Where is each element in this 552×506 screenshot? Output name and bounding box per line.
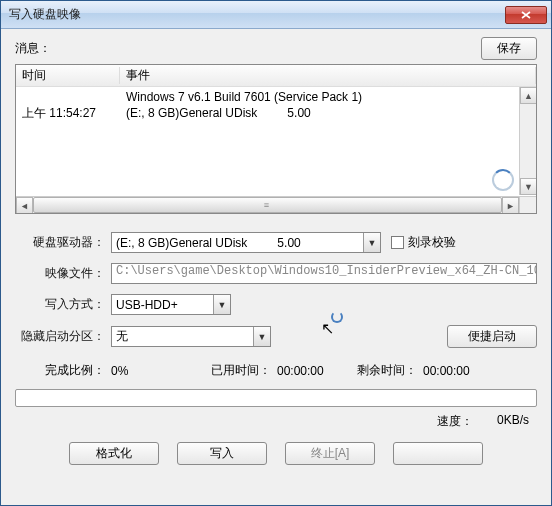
info-label: 消息： [15,40,481,57]
scroll-thumb[interactable]: ≡ [33,197,502,213]
chevron-down-icon[interactable]: ▼ [253,327,270,346]
list-item[interactable]: 上午 11:54:27 (E:, 8 GB)General UDisk 5.00 [16,105,536,121]
remain-value: 00:00:00 [423,364,493,378]
chevron-down-icon[interactable]: ▼ [363,233,380,252]
elapsed-label: 已用时间： [201,362,277,379]
done-label: 完成比例： [15,362,111,379]
button-bar: 格式化 写入 终止[A] [15,442,537,465]
progress-bar [15,389,537,407]
scroll-corner [519,196,536,213]
log-header: 时间 事件 [16,65,536,87]
verify-checkbox[interactable]: 刻录校验 [391,234,456,251]
vertical-scrollbar[interactable]: ▲ ▼ [519,87,536,195]
window-title: 写入硬盘映像 [9,6,505,23]
convenient-boot-button[interactable]: 便捷启动 [447,325,537,348]
drive-combobox[interactable]: (E:, 8 GB)General UDisk 5.00 ▼ [111,232,381,253]
form-area: 硬盘驱动器： (E:, 8 GB)General UDisk 5.00 ▼ 刻录… [15,232,537,358]
save-button[interactable]: 保存 [481,37,537,60]
format-button[interactable]: 格式化 [69,442,159,465]
image-path-input[interactable]: C:\Users\game\Desktop\Windows10_InsiderP… [111,263,537,284]
scroll-right-icon[interactable]: ► [502,197,519,214]
hidden-boot-label: 隐藏启动分区： [15,328,111,345]
content-area: 消息： 保存 时间 事件 Windows 7 v6.1 Build 7601 (… [1,29,551,505]
log-body: Windows 7 v6.1 Build 7601 (Service Pack … [16,87,536,195]
list-item[interactable]: Windows 7 v6.1 Build 7601 (Service Pack … [16,89,536,105]
scroll-up-icon[interactable]: ▲ [520,87,537,104]
drive-label: 硬盘驱动器： [15,234,111,251]
write-button[interactable]: 写入 [177,442,267,465]
checkbox-box-icon[interactable] [391,236,404,249]
loading-spinner-icon [492,169,514,191]
stats-row: 完成比例： 0% 已用时间： 00:00:00 剩余时间： 00:00:00 [15,362,537,379]
scroll-left-icon[interactable]: ◄ [16,197,33,214]
horizontal-scrollbar[interactable]: ◄ ≡ ► [16,196,519,213]
close-button[interactable] [393,442,483,465]
speed-row: 速度： 0KB/s [15,413,537,430]
speed-value: 0KB/s [497,413,529,430]
done-value: 0% [111,364,201,378]
log-list: 时间 事件 Windows 7 v6.1 Build 7601 (Service… [15,64,537,214]
abort-button: 终止[A] [285,442,375,465]
remain-label: 剩余时间： [347,362,423,379]
hidden-boot-combobox[interactable]: 无 ▼ [111,326,271,347]
write-mode-combobox[interactable]: USB-HDD+ ▼ [111,294,231,315]
speed-label: 速度： [437,413,473,430]
dialog-window: 写入硬盘映像 消息： 保存 时间 事件 Windows 7 v6.1 Build… [0,0,552,506]
col-event-header[interactable]: 事件 [120,67,536,84]
titlebar[interactable]: 写入硬盘映像 [1,1,551,29]
write-mode-label: 写入方式： [15,296,111,313]
image-label: 映像文件： [15,265,111,282]
close-icon[interactable] [505,6,547,24]
col-time-header[interactable]: 时间 [16,67,120,84]
elapsed-value: 00:00:00 [277,364,347,378]
scroll-down-icon[interactable]: ▼ [520,178,537,195]
chevron-down-icon[interactable]: ▼ [213,295,230,314]
